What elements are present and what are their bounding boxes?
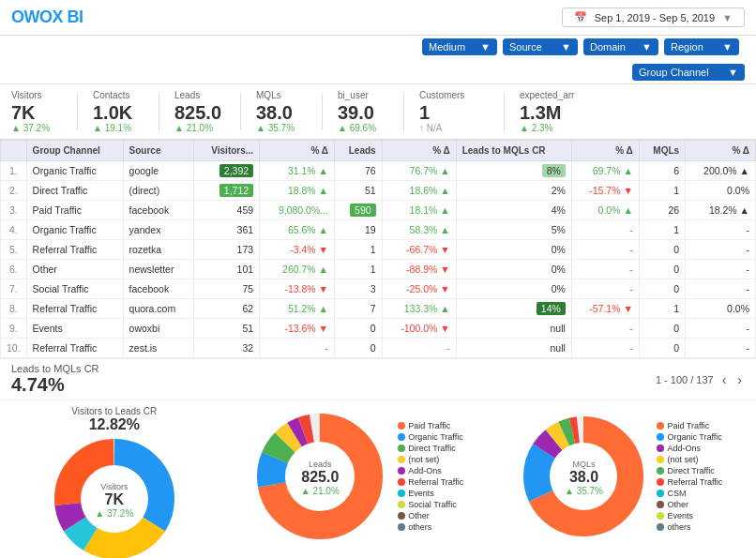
row-num: 10.: [1, 339, 27, 358]
logo-owox: OWOX: [11, 8, 63, 26]
table-row[interactable]: 1. Organic Traffic google 2,392 31.1% ▲ …: [1, 161, 756, 181]
row-source: facebook: [123, 279, 194, 299]
table-row[interactable]: 7. Social Traffic facebook 75 -13.8% ▼ 3…: [1, 279, 756, 299]
kpi-divider: [403, 93, 404, 130]
col-num: [1, 141, 27, 161]
logo-bi: BI: [68, 8, 83, 26]
row-leads-pct: -: [382, 339, 456, 358]
next-page-button[interactable]: ›: [734, 372, 745, 387]
col-visitors[interactable]: Visitors...: [194, 141, 260, 161]
mqls-chart: MQLs 38.0 ▲ 35.7% Paid Traffic Organic T…: [492, 406, 748, 558]
table-row[interactable]: 6. Other newsletter 101 260.7% ▲ 1 -88.9…: [1, 260, 756, 279]
row-mqls: 0: [639, 240, 685, 260]
row-cr: 0%: [456, 260, 571, 279]
kpi-leads: Leads 825.0 ▲ 21.0%: [174, 90, 240, 133]
row-visitors-pct: 260.7% ▲: [260, 260, 335, 279]
mqls-donut-center: MQLs 38.0 ▲ 35.7%: [565, 460, 603, 496]
row-group-channel: Organic Traffic: [26, 161, 123, 181]
row-cr-pct: 0.0% ▲: [571, 201, 639, 220]
visitors-donut-center: Visitors 7K ▲ 37.2%: [95, 482, 133, 519]
region-filter[interactable]: Region ▼: [664, 38, 739, 55]
chevron-down-icon: ▼: [728, 67, 738, 78]
row-group-channel: Referral Traffic: [26, 240, 123, 260]
leads-value: 825.0: [301, 469, 340, 486]
row-source: newsletter: [123, 260, 194, 279]
col-leads-pct[interactable]: % Δ: [382, 141, 456, 161]
group-channel-filter[interactable]: Group Channel ▼: [632, 64, 745, 81]
col-leads-mql-cr[interactable]: Leads to MQLs CR: [456, 141, 571, 161]
table-row[interactable]: 4. Organic Traffic yandex 361 65.6% ▲ 19…: [1, 220, 756, 240]
medium-filter[interactable]: Medium ▼: [422, 38, 497, 55]
table-row[interactable]: 10. Referral Traffic zest.is 32 - 0 - nu…: [1, 339, 756, 358]
row-group-channel: Organic Traffic: [26, 220, 123, 240]
table-row[interactable]: 8. Referral Traffic quora.com 62 51.2% ▲…: [1, 299, 756, 319]
row-visitors: 75: [194, 279, 260, 299]
source-filter[interactable]: Source ▼: [503, 38, 578, 55]
row-leads: 19: [335, 220, 383, 240]
kpi-divider: [504, 93, 505, 130]
row-leads: 590: [335, 201, 383, 220]
visitors-cr-value: 12.82%: [89, 416, 140, 433]
row-visitors: 1,712: [194, 181, 260, 201]
filter-bar: Medium ▼ Source ▼ Domain ▼ Region ▼ Grou…: [0, 36, 756, 84]
row-leads-pct: 18.6% ▲: [382, 181, 456, 201]
row-mqls: 1: [639, 299, 685, 319]
row-visitors-pct: 9,080.0%...: [260, 201, 335, 220]
row-num: 3.: [1, 201, 27, 220]
row-group-channel: Other: [26, 260, 123, 279]
col-leads[interactable]: Leads: [335, 141, 383, 161]
leads-donut-wrapper: Leads 825.0 ▲ 21.0% Paid Traffic Organic…: [249, 406, 463, 549]
kpi-expected-arr: expected_arr 1.3M ▲ 2.3%: [520, 90, 589, 133]
row-source: rozetka: [123, 240, 194, 260]
col-source[interactable]: Source: [123, 141, 194, 161]
chevron-down-icon: ▼: [642, 41, 652, 53]
row-leads-pct: 133.3% ▲: [382, 299, 456, 319]
table-row[interactable]: 3. Paid Traffic facebook 459 9,080.0%...…: [1, 201, 756, 220]
row-mqls: 0: [639, 319, 685, 339]
table-row[interactable]: 5. Referral Traffic rozetka 173 -3.4% ▼ …: [1, 240, 756, 260]
mqls-donut-container: MQLs 38.0 ▲ 35.7%: [518, 406, 649, 549]
col-cr-pct[interactable]: % Δ: [571, 141, 639, 161]
mqls-change: ▲ 35.7%: [565, 486, 603, 496]
row-group-channel: Direct Traffic: [26, 181, 123, 201]
row-cr-pct: -57.1% ▼: [571, 299, 639, 319]
chevron-down-icon: ▼: [480, 41, 491, 53]
row-leads: 1: [335, 260, 383, 279]
row-group-channel: Referral Traffic: [26, 339, 123, 358]
leads-label: Leads: [301, 460, 340, 469]
data-table: Group Channel Source Visitors... % Δ Lea…: [0, 140, 756, 358]
row-group-channel: Paid Traffic: [26, 201, 123, 220]
col-group-channel[interactable]: Group Channel: [26, 141, 123, 161]
row-num: 2.: [1, 181, 27, 201]
date-range-picker[interactable]: 📅 Sep 1, 2019 - Sep 5, 2019 ▼: [562, 8, 745, 27]
mqls-value: 38.0: [565, 469, 603, 486]
row-source: facebook: [123, 201, 194, 220]
row-cr: 2%: [456, 181, 571, 201]
row-group-channel: Referral Traffic: [26, 299, 123, 319]
prev-page-button[interactable]: ‹: [719, 372, 730, 387]
row-visitors: 2,392: [194, 161, 260, 181]
row-visitors-pct: 18.8% ▲: [260, 181, 335, 201]
domain-filter[interactable]: Domain ▼: [583, 38, 658, 55]
row-cr-pct: -: [571, 240, 639, 260]
row-mqls-pct: 200.0% ▲: [686, 161, 756, 181]
col-mqls[interactable]: MQLs: [639, 141, 685, 161]
chevron-down-icon: ▼: [722, 41, 733, 53]
row-cr-pct: 69.7% ▲: [571, 161, 639, 181]
col-mql-pct[interactable]: % Δ: [686, 141, 756, 161]
col-visitors-pct[interactable]: % Δ: [260, 141, 335, 161]
row-visitors: 51: [194, 319, 260, 339]
row-source: google: [123, 161, 194, 181]
row-leads-pct: 76.7% ▲: [382, 161, 456, 181]
row-visitors-pct: -13.8% ▼: [260, 279, 335, 299]
row-num: 1.: [1, 161, 27, 181]
row-mqls: 0: [639, 339, 685, 358]
table-row[interactable]: 2. Direct Traffic (direct) 1,712 18.8% ▲…: [1, 181, 756, 201]
row-visitors: 101: [194, 260, 260, 279]
row-mqls: 0: [639, 260, 685, 279]
mqls-legend: Paid Traffic Organic Traffic Add-Ons (no…: [657, 421, 722, 534]
row-cr: 5%: [456, 220, 571, 240]
row-leads-pct: -88.9% ▼: [382, 260, 456, 279]
table-row[interactable]: 9. Events owoxbi 51 -13.6% ▼ 0 -100.0% ▼…: [1, 319, 756, 339]
row-mqls-pct: -: [686, 260, 756, 279]
